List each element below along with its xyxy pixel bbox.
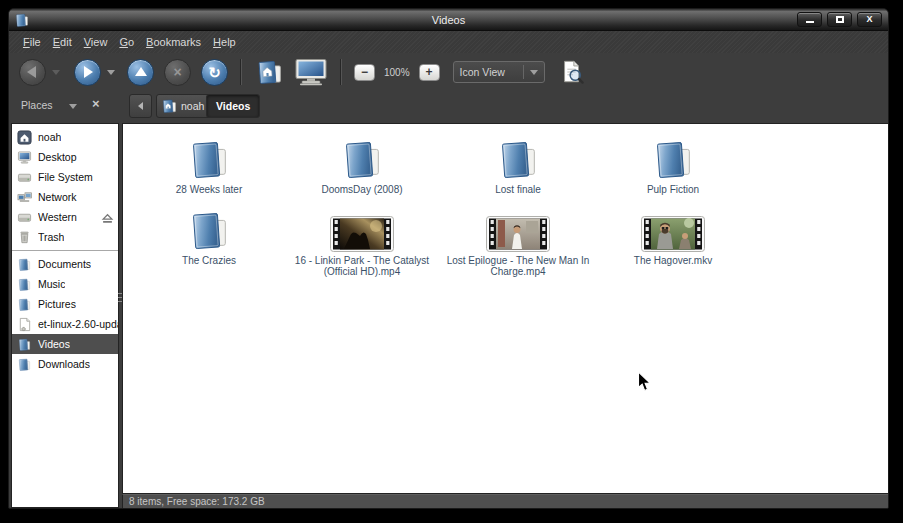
home-folder-icon <box>161 98 177 114</box>
status-text: 8 items, Free space: 173.2 GB <box>129 496 265 507</box>
video-thumbnail <box>486 216 550 252</box>
back-history-chevron-icon[interactable] <box>52 70 60 75</box>
sidebar-item-music[interactable]: Music <box>12 274 118 294</box>
up-icon <box>135 67 147 76</box>
desktop-button[interactable] <box>294 58 328 86</box>
drive-icon <box>17 170 32 185</box>
menu-bookmarks[interactable]: Bookmarks <box>146 36 201 48</box>
sidebar-item-desktop[interactable]: Desktop <box>12 147 118 167</box>
up-button[interactable] <box>127 59 154 86</box>
places-sidebar: noah Desktop File System Network Western… <box>11 123 119 508</box>
menu-view[interactable]: View <box>84 36 108 48</box>
menu-file[interactable]: File <box>23 36 41 48</box>
sidebar-item-documents[interactable]: Documents <box>12 254 118 274</box>
home-button[interactable] <box>254 58 284 86</box>
places-close-icon[interactable]: × <box>92 97 100 110</box>
folder-item-pulp-fiction[interactable]: Pulp Fiction <box>598 130 748 195</box>
mouse-cursor <box>637 371 653 393</box>
sidebar-item-videos[interactable]: Videos <box>12 334 118 354</box>
video-item-linkin-park-catalyst[interactable]: 16 - Linkin Park - The Catalyst (Officia… <box>287 201 437 277</box>
file-manager-window: Videos X File Edit View Go Bookmarks Hel… <box>8 8 889 509</box>
breadcrumb-videos[interactable]: Videos <box>206 94 260 118</box>
menu-help[interactable]: Help <box>213 36 236 48</box>
back-icon <box>27 66 36 78</box>
zoom-level: 100% <box>384 67 410 78</box>
view-mode-value: Icon View <box>460 66 505 78</box>
stop-icon: × <box>173 65 181 79</box>
breadcrumb-home[interactable]: noah <box>156 94 213 118</box>
zoom-in-button[interactable]: + <box>419 64 440 81</box>
folder-icon <box>186 207 233 253</box>
file-icon <box>17 317 32 332</box>
folder-item-the-crazies[interactable]: The Crazies <box>134 201 284 266</box>
refresh-button[interactable]: ↻ <box>201 59 228 86</box>
video-item-lost-epilogue[interactable]: Lost Epilogue - The New Man In Charge.mp… <box>443 201 593 277</box>
sidebar-item-network[interactable]: Network <box>12 187 118 207</box>
zoom-out-icon: − <box>361 65 368 79</box>
zoom-in-icon: + <box>426 65 433 79</box>
sidebar-item-pictures[interactable]: Pictures <box>12 294 118 314</box>
refresh-icon: ↻ <box>208 65 221 80</box>
menu-go[interactable]: Go <box>119 36 134 48</box>
toolbar: × ↻ − 100% + Icon View <box>9 53 888 91</box>
chevron-left-icon <box>138 102 143 110</box>
path-bar: Places × noah Videos <box>9 91 888 121</box>
forward-icon <box>84 66 93 78</box>
maximize-button[interactable] <box>827 12 852 27</box>
minimize-button[interactable] <box>797 12 822 27</box>
sidebar-item-downloads[interactable]: Downloads <box>12 354 118 374</box>
places-pane-title: Places <box>21 99 53 111</box>
sidebar-item-file-system[interactable]: File System <box>12 167 118 187</box>
eject-icon[interactable] <box>100 211 115 226</box>
title-bar[interactable]: Videos X <box>9 9 888 31</box>
home-icon <box>17 130 32 145</box>
folder-icon <box>650 136 697 182</box>
trash-icon <box>17 230 32 245</box>
status-bar: 8 items, Free space: 173.2 GB <box>122 494 889 509</box>
folder-item-doomsday-2008[interactable]: DoomsDay (2008) <box>287 130 437 195</box>
back-button[interactable] <box>19 59 46 86</box>
places-chevron-icon[interactable] <box>69 104 77 109</box>
sidebar-item-home[interactable]: noah <box>12 127 118 147</box>
folder-icon <box>17 357 32 372</box>
menu-edit[interactable]: Edit <box>53 36 72 48</box>
menu-bar: File Edit View Go Bookmarks Help <box>9 31 888 53</box>
close-button[interactable]: X <box>857 12 882 27</box>
desktop-icon <box>17 150 32 165</box>
forward-history-chevron-icon[interactable] <box>107 70 115 75</box>
window-title: Videos <box>9 14 888 26</box>
folder-icon <box>339 136 386 182</box>
network-icon <box>17 190 32 205</box>
folder-item-28-weeks-later[interactable]: 28 Weeks later <box>134 130 284 195</box>
drive-icon <box>17 210 32 225</box>
sidebar-item-trash[interactable]: Trash <box>12 227 118 247</box>
video-thumbnail <box>330 216 394 252</box>
app-folder-icon <box>14 12 30 28</box>
toolbar-separator <box>240 59 242 85</box>
chevron-down-icon <box>530 70 538 75</box>
icon-view[interactable]: 28 Weeks later DoomsDay (2008) Lost fina… <box>122 123 889 494</box>
folder-icon <box>186 136 233 182</box>
video-item-the-hagover[interactable]: The Hagover.mkv <box>598 201 748 266</box>
folder-icon <box>17 297 32 312</box>
breadcrumb-scroll-left-button[interactable] <box>129 94 152 118</box>
minimize-icon <box>806 21 814 23</box>
find-files-button[interactable] <box>559 59 585 85</box>
folder-icon <box>17 277 32 292</box>
folder-item-lost-finale[interactable]: Lost finale <box>443 130 593 195</box>
video-thumbnail <box>641 216 705 252</box>
folder-icon <box>17 337 32 352</box>
folder-icon <box>17 257 32 272</box>
stop-button[interactable]: × <box>164 59 191 86</box>
zoom-out-button[interactable]: − <box>354 64 375 81</box>
sidebar-item-western[interactable]: Western <box>12 207 118 227</box>
sidebar-item-et-linux-file[interactable]: et-linux-2.60-updat... <box>12 314 118 334</box>
toolbar-separator <box>340 59 342 85</box>
view-mode-select[interactable]: Icon View <box>453 61 545 83</box>
maximize-icon <box>836 16 844 23</box>
close-icon: X <box>866 15 872 24</box>
folder-icon <box>495 136 542 182</box>
sidebar-separator <box>12 250 118 251</box>
forward-button[interactable] <box>74 59 101 86</box>
